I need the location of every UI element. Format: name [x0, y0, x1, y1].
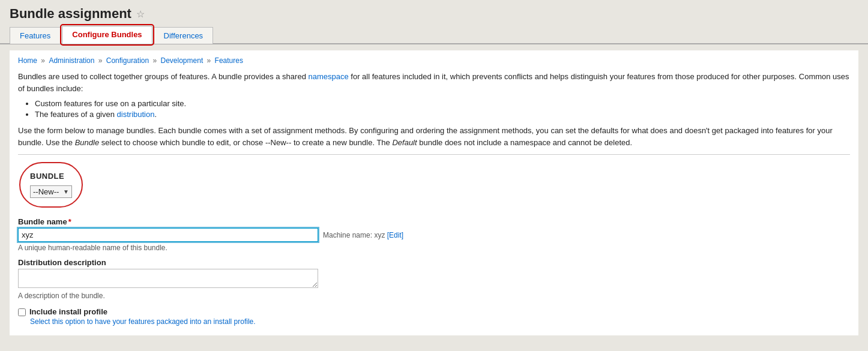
breadcrumb-features[interactable]: Features — [215, 56, 243, 65]
content-area: Home » Administration » Configuration » … — [10, 50, 858, 335]
dist-desc-input[interactable] — [18, 269, 318, 288]
bundle-section-highlight — [19, 162, 83, 208]
breadcrumb-administration[interactable]: Administration — [49, 56, 94, 65]
breadcrumb: Home » Administration » Configuration » … — [18, 56, 850, 65]
tab-features[interactable]: Features — [10, 27, 61, 44]
namespace-link[interactable]: namespace — [308, 72, 348, 81]
bundle-name-field: Bundle name* Machine name: xyz [Edit] A … — [18, 217, 850, 252]
page-title: Bundle assignment — [10, 6, 131, 22]
breadcrumb-development[interactable]: Development — [161, 56, 203, 65]
section-divider — [18, 154, 850, 155]
include-install-field: Include install profile Select this opti… — [18, 307, 850, 326]
dropdown-arrow-icon: ▼ — [63, 188, 69, 195]
breadcrumb-sep-4: » — [207, 56, 213, 65]
machine-name-edit-link[interactable]: [Edit] — [387, 231, 403, 239]
page-wrapper: Bundle assignment ☆ Features Configure B… — [0, 0, 868, 351]
bundle-name-input-row: Machine name: xyz [Edit] — [18, 228, 850, 242]
distribution-link[interactable]: distribution — [117, 110, 155, 119]
breadcrumb-sep-1: » — [41, 56, 47, 65]
intro-paragraph: Bundles are used to collect together gro… — [18, 71, 850, 94]
include-install-hint: Select this option to have your features… — [30, 317, 850, 326]
bullet-2: The features of a given distribution. — [35, 110, 850, 119]
bundle-select-wrapper[interactable]: --New-- ▼ — [30, 185, 72, 198]
machine-name-text: Machine name: xyz [Edit] — [323, 231, 403, 239]
bullet-list: Custom features for use on a particular … — [35, 99, 850, 119]
bundle-name-hint: A unique human-readable name of this bun… — [18, 244, 850, 252]
include-install-label: Include install profile — [29, 307, 107, 316]
bundle-name-label: Bundle name* — [18, 217, 850, 226]
tab-configure-bundles[interactable]: Configure Bundles — [62, 26, 152, 44]
page-title-bar: Bundle assignment ☆ — [0, 0, 868, 25]
breadcrumb-configuration[interactable]: Configuration — [106, 56, 149, 65]
breadcrumb-sep-2: » — [98, 56, 104, 65]
include-install-row: Include install profile — [18, 307, 850, 316]
breadcrumb-home[interactable]: Home — [18, 56, 37, 65]
star-icon[interactable]: ☆ — [136, 8, 145, 20]
tabs-bar: Features Configure Bundles Differences — [0, 25, 868, 44]
bundle-label: BUNDLE — [30, 172, 72, 181]
dist-desc-field: Distribution description A description o… — [18, 258, 850, 300]
form-intro-paragraph: Use the form below to manage bundles. Ea… — [18, 125, 850, 148]
required-star: * — [68, 217, 71, 226]
dist-desc-hint: A description of the bundle. — [18, 292, 850, 300]
bundle-name-input[interactable] — [18, 228, 318, 242]
form-section: Bundle name* Machine name: xyz [Edit] A … — [18, 217, 850, 326]
include-install-checkbox[interactable] — [18, 308, 26, 316]
bullet-1: Custom features for use on a particular … — [35, 99, 850, 108]
bundle-select[interactable]: --New-- — [33, 187, 62, 196]
tab-differences[interactable]: Differences — [154, 27, 214, 44]
breadcrumb-sep-3: » — [153, 56, 159, 65]
dist-desc-label: Distribution description — [18, 258, 850, 267]
